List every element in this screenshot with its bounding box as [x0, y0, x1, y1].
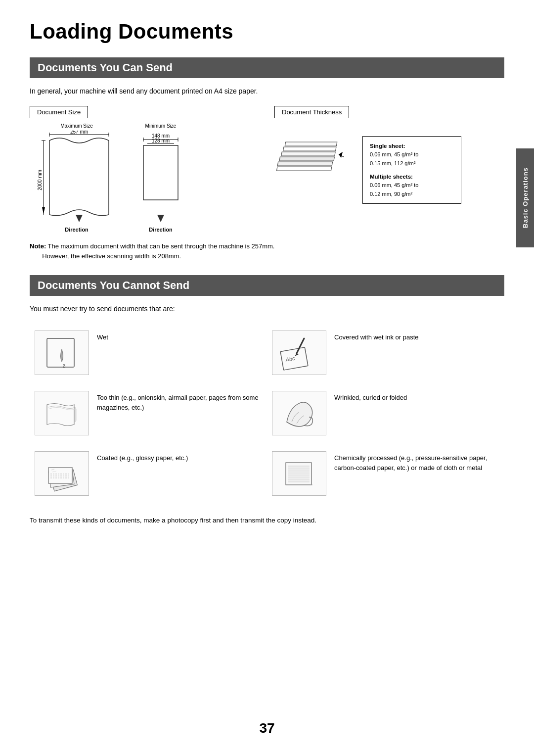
- max-size-group: Maximum Size 257 mm 2000 mm: [35, 123, 119, 233]
- svg-rect-18: [277, 162, 332, 166]
- min-size-label: Minimum Size: [145, 123, 177, 129]
- svg-marker-24: [339, 152, 343, 158]
- single-sheet-label: Single sheet:: [370, 142, 454, 150]
- min-size-group: Minimum Size 148 mm 128 mm: [129, 123, 193, 233]
- svg-marker-16: [157, 215, 164, 222]
- svg-rect-20: [281, 152, 335, 156]
- svg-line-28: [297, 338, 304, 353]
- thickness-diagram: Single sheet: 0.06 mm, 45 g/m² to0.15 mm…: [274, 127, 461, 204]
- svg-text:δ: δ: [63, 364, 66, 369]
- cannot-send-intro: You must never try to send documents tha…: [30, 305, 504, 313]
- multiple-sheets-label: Multiple sheets:: [370, 172, 454, 181]
- direction-label2: Direction: [149, 227, 173, 233]
- doc-size-svg-container: Maximum Size 257 mm 2000 mm: [35, 123, 193, 233]
- chemical-icon: [272, 451, 326, 496]
- direction-label1: Direction: [65, 227, 89, 233]
- svg-rect-17: [276, 167, 331, 171]
- page-wrapper: Basic Operations Loading Documents Docum…: [0, 0, 534, 756]
- max-size-label: Maximum Size: [60, 123, 93, 129]
- wrinkled-label: Wrinkled, curled or folded: [334, 391, 499, 403]
- wet-icon: δ: [35, 331, 89, 375]
- thickness-info-box: Single sheet: 0.06 mm, 45 g/m² to0.15 mm…: [362, 136, 461, 204]
- coated-icon: [35, 451, 89, 496]
- svg-rect-19: [279, 157, 334, 161]
- list-item: Chemically processed (e.g., pressure-sen…: [267, 443, 504, 504]
- page-number: 37: [259, 720, 274, 736]
- doc-thickness-label: Document Thickness: [274, 106, 349, 118]
- list-item: δ Wet: [30, 323, 267, 383]
- svg-marker-8: [76, 215, 83, 222]
- page-title: Loading Documents: [30, 20, 504, 44]
- svg-text:Abc: Abc: [285, 355, 296, 363]
- multiple-sheets-values: 0.06 mm, 45 g/m² to0.12 mm, 90 g/m²: [370, 181, 454, 198]
- list-item: Coated (e.g., glossy paper, etc.): [30, 443, 267, 504]
- section1-header: Documents You Can Send: [30, 57, 504, 78]
- doc-size-area: Document Size Maximum Size 257 mm: [30, 106, 260, 233]
- min-size-svg: 148 mm 128 mm: [129, 131, 193, 225]
- cannot-send-grid: δ Wet Abc Covered with wet ink or paste: [30, 323, 504, 504]
- thin-icon: [35, 391, 89, 435]
- max-size-svg: 257 mm 2000 mm: [35, 131, 119, 225]
- coated-label: Coated (e.g., glossy paper, etc.): [97, 451, 262, 463]
- svg-rect-22: [285, 142, 337, 146]
- doc-size-label: Document Size: [30, 106, 88, 118]
- list-item: Wrinkled, curled or folded: [267, 383, 504, 443]
- svg-text:128 mm: 128 mm: [152, 138, 170, 143]
- wet-label: Wet: [97, 331, 262, 342]
- note-bold: Note:: [30, 242, 46, 250]
- note-text: The maximum document width that can be s…: [30, 242, 274, 260]
- single-sheet-values: 0.06 mm, 45 g/m² to0.15 mm, 112 g/m²: [370, 150, 454, 168]
- thickness-svg: [274, 127, 354, 191]
- sidebar-tab: Basic Operations: [516, 148, 534, 247]
- svg-rect-21: [283, 147, 336, 151]
- section2-header: Documents You Cannot Send: [30, 275, 504, 296]
- section1-intro: In general, your machine will send any d…: [30, 87, 504, 95]
- doc-thickness-area: Document Thickness Single sh: [260, 106, 504, 204]
- thin-label: Too thin (e.g., onionskin, airmail paper…: [97, 391, 262, 412]
- svg-rect-9: [143, 145, 178, 200]
- sidebar-label: Basic Operations: [522, 168, 529, 229]
- diagrams-row: Document Size Maximum Size 257 mm: [30, 106, 504, 233]
- list-item: Abc Covered with wet ink or paste: [267, 323, 504, 383]
- transmit-note: To transmit these kinds of documents, ma…: [30, 516, 504, 525]
- chemical-label: Chemically processed (e.g., pressure-sen…: [334, 451, 499, 472]
- list-item: Too thin (e.g., onionskin, airmail paper…: [30, 383, 267, 443]
- ink-icon: Abc: [272, 331, 326, 375]
- svg-text:257 mm: 257 mm: [70, 131, 88, 135]
- svg-marker-6: [42, 207, 45, 214]
- svg-marker-29: [295, 353, 299, 356]
- note-section: Note: The maximum document width that ca…: [30, 241, 504, 261]
- ink-label: Covered with wet ink or paste: [334, 331, 499, 342]
- svg-text:2000 mm: 2000 mm: [37, 170, 43, 190]
- svg-rect-25: [47, 338, 74, 367]
- wrinkled-icon: [272, 391, 326, 435]
